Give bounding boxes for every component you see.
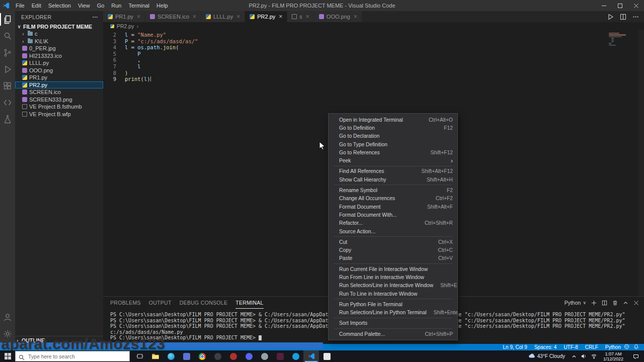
panel-tab-problems[interactable]: PROBLEMS: [110, 297, 141, 309]
root-folder-header[interactable]: ∨ FILM PRO PROJECT MEME: [15, 23, 103, 30]
file-item-pr1-py[interactable]: PR1.py: [15, 74, 103, 81]
menu-item-run-current-file-in-interactive-window[interactable]: Run Current File in Interactive Window: [329, 265, 457, 273]
menu-item-paste[interactable]: PasteCtrl+V: [329, 254, 457, 262]
panel-tab-debug-console[interactable]: DEBUG CONSOLE: [180, 297, 228, 309]
file-item-ooo-png[interactable]: OOO.png: [15, 67, 103, 74]
file-item-screen-ico[interactable]: SCREEN.ico: [15, 88, 103, 96]
menu-item-peek[interactable]: Peek›: [329, 156, 457, 164]
breadcrumb-item[interactable]: PR2.py: [117, 23, 134, 29]
maximize-button[interactable]: [612, 0, 628, 11]
taskbar-edge-icon[interactable]: [163, 350, 179, 362]
menu-file[interactable]: File: [12, 0, 28, 11]
taskbar-obs-icon[interactable]: [225, 350, 241, 362]
taskbar-photos-icon[interactable]: [179, 350, 194, 362]
settings-icon[interactable]: [0, 325, 15, 342]
remote-icon[interactable]: [0, 94, 15, 111]
taskbar-search-input[interactable]: [16, 351, 129, 361]
taskbar-search[interactable]: [15, 351, 130, 361]
tab-llll-py[interactable]: LLLL.py×: [201, 11, 245, 22]
close-tab-icon[interactable]: ×: [236, 14, 240, 20]
more-actions-icon[interactable]: [632, 14, 639, 20]
breadcrumb[interactable]: PR2.py ›: [103, 22, 644, 30]
menu-edit[interactable]: Edit: [28, 0, 45, 11]
menu-item-command-palette[interactable]: Command Palette...Ctrl+Shift+P: [329, 330, 457, 338]
menu-item-cut[interactable]: CutCtrl+X: [329, 238, 457, 246]
file-item-k-l-k[interactable]: ›K\L\K: [15, 38, 103, 45]
panel-tab-output[interactable]: OUTPUT: [149, 297, 172, 309]
kill-terminal-icon[interactable]: [612, 300, 618, 306]
close-window-button[interactable]: [628, 0, 644, 11]
account-icon[interactable]: [0, 309, 15, 325]
panel-tab-terminal[interactable]: TERMINAL: [235, 297, 264, 309]
menu-go[interactable]: Go: [94, 0, 108, 11]
menu-item-run-from-line-in-interactive-window[interactable]: Run From Line in Interactive Window: [329, 273, 457, 281]
file-item-ve-project-b-fsthumb[interactable]: VE Project B.fsthumb: [15, 103, 103, 111]
search-icon[interactable]: [0, 28, 15, 44]
menu-item-refactor[interactable]: Refactor...Ctrl+Shift+R: [329, 219, 457, 227]
close-panel-icon[interactable]: [633, 300, 639, 306]
tab-s[interactable]: s×: [287, 11, 314, 22]
taskbar-chrome-icon[interactable]: [194, 350, 210, 362]
menu-item-find-all-references[interactable]: Find All ReferencesShift+Alt+F12: [329, 167, 457, 175]
editor-scrollbar[interactable]: [638, 30, 644, 296]
close-tab-icon[interactable]: ×: [354, 14, 357, 20]
split-terminal-icon[interactable]: [602, 300, 607, 306]
menu-selection[interactable]: Selection: [45, 0, 74, 11]
extensions-icon[interactable]: [0, 77, 15, 94]
explorer-icon[interactable]: [0, 11, 15, 28]
volume-icon[interactable]: [581, 353, 587, 359]
menu-item-rename-symbol[interactable]: Rename SymbolF2: [329, 186, 457, 194]
status-eol[interactable]: CRLF: [585, 344, 598, 350]
file-item-llll-py[interactable]: LLLL.py: [15, 59, 103, 67]
file-item-c[interactable]: ›c: [15, 30, 103, 38]
maximize-panel-icon[interactable]: [623, 300, 628, 306]
menu-item-sort-imports[interactable]: Sort Imports: [329, 319, 457, 327]
menu-item-show-call-hierarchy[interactable]: Show Call HierarchyShift+Alt+H: [329, 175, 457, 184]
taskbar-file-explorer-icon[interactable]: [147, 350, 163, 362]
run-debug-icon[interactable]: [0, 61, 15, 77]
status-encoding[interactable]: UTF-8: [564, 344, 578, 350]
menu-item-copy[interactable]: CopyCtrl+C: [329, 246, 457, 254]
new-terminal-icon[interactable]: [591, 300, 597, 306]
tab-pr1-py[interactable]: PR1.py×: [103, 11, 145, 22]
start-button[interactable]: [0, 350, 15, 362]
action-center-icon[interactable]: [630, 350, 642, 362]
close-tab-icon[interactable]: ×: [279, 14, 282, 20]
tab-ooo-png[interactable]: OOO.png×: [314, 11, 362, 22]
taskbar-vscode-icon[interactable]: [303, 350, 319, 362]
taskbar-notepad-icon[interactable]: [319, 350, 335, 362]
status-language[interactable]: Python: [605, 344, 621, 350]
menu-item-run-selection-line-in-python-terminal[interactable]: Run Selection/Line in Python TerminalShi…: [329, 309, 457, 317]
minimap[interactable]: [607, 30, 638, 296]
status-cursor-position[interactable]: Ln 9, Col 9: [503, 344, 527, 350]
file-item-hi213323-ico[interactable]: HI213323.ico: [15, 52, 103, 60]
taskbar-skype-icon[interactable]: [288, 350, 303, 362]
taskbar-premiere-icon[interactable]: [272, 350, 288, 362]
minimize-button[interactable]: [596, 0, 612, 11]
menu-item-open-in-integrated-terminal[interactable]: Open in Integrated TerminalCtrl+Alt+O: [329, 116, 457, 124]
menu-item-go-to-type-definition[interactable]: Go to Type Definition: [329, 140, 457, 148]
close-tab-icon[interactable]: ×: [306, 14, 309, 20]
source-control-icon[interactable]: [0, 44, 15, 61]
menu-help[interactable]: Help: [153, 0, 172, 11]
file-item-pr2-py[interactable]: PR2.py: [15, 81, 103, 89]
menu-item-format-document-with[interactable]: Format Document With...: [329, 211, 457, 219]
taskbar-task-view-icon[interactable]: [132, 350, 147, 362]
notifications-bell-icon[interactable]: [633, 344, 639, 350]
menu-item-go-to-definition[interactable]: Go to DefinitionF12: [329, 124, 457, 132]
menu-item-source-action[interactable]: Source Action...: [329, 227, 457, 235]
file-item-0-per-jpg[interactable]: 0_PER.jpg: [15, 45, 103, 52]
menu-item-run-selection-line-in-interactive-window[interactable]: Run Selection/Line in Interactive Window…: [329, 282, 457, 290]
menu-view[interactable]: View: [74, 0, 94, 11]
menu-run[interactable]: Run: [108, 0, 125, 11]
menu-item-run-to-line-in-interactive-window[interactable]: Run To Line in Interactive Window: [329, 290, 457, 298]
taskbar-weather[interactable]: 43°F Cloudy: [527, 353, 567, 359]
close-tab-icon[interactable]: ×: [137, 14, 140, 20]
menu-item-run-python-file-in-terminal[interactable]: Run Python File in Terminal: [329, 300, 457, 308]
testing-icon[interactable]: [0, 111, 15, 127]
taskbar-discord-icon[interactable]: [241, 350, 257, 362]
close-tab-icon[interactable]: ×: [193, 14, 196, 20]
taskbar-clock[interactable]: 1:07 AM 1/12/2022: [601, 351, 625, 361]
tray-expand-icon[interactable]: [572, 354, 577, 359]
file-item-ve-project-b-wfp[interactable]: VE Project B.wfp: [15, 111, 103, 118]
